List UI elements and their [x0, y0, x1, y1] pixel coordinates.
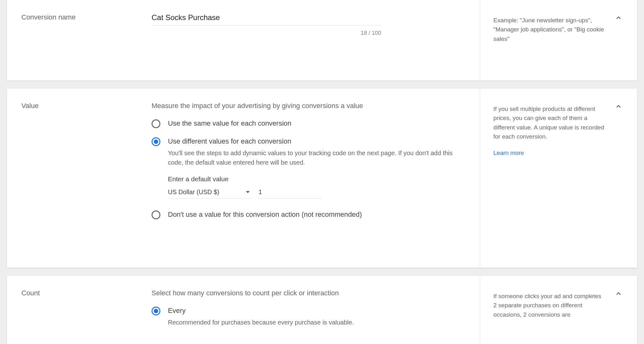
left-col: Value — [7, 89, 131, 268]
dropdown-icon — [246, 191, 250, 193]
learn-more-link[interactable]: Learn more — [493, 148, 524, 157]
mid-col: 18 / 100 — [131, 0, 480, 80]
conversion-name-label: Conversion name — [21, 13, 131, 21]
radio-different-value[interactable]: Use different values for each conversion… — [152, 137, 467, 199]
default-value-label: Enter a default value — [168, 175, 467, 183]
radio-icon — [152, 119, 160, 128]
radio-count-every[interactable]: Every Recommended for purchases because … — [152, 306, 467, 327]
help-panel: If you sell multiple products at differe… — [480, 89, 637, 268]
count-description: Select how many conversions to count per… — [152, 289, 467, 297]
value-description: Measure the impact of your advertising b… — [152, 102, 467, 110]
help-panel: If someone clicks your ad and completes … — [480, 276, 637, 344]
conversion-name-card: Conversion name 18 / 100 Example: "June … — [7, 0, 637, 80]
count-label: Count — [21, 289, 131, 297]
radio-label: Every — [168, 306, 467, 316]
radio-icon — [152, 137, 160, 146]
mid-col: Measure the impact of your advertising b… — [131, 89, 480, 268]
mid-col: Select how many conversions to count per… — [131, 276, 480, 344]
left-col: Count — [7, 276, 131, 344]
radio-label: Use the same value for each conversion — [168, 119, 467, 128]
radio-icon — [152, 307, 160, 315]
currency-value: US Dollar (USD $) — [168, 188, 219, 196]
conversion-name-input[interactable] — [152, 13, 381, 25]
radio-label: Don't use a value for this conversion ac… — [168, 210, 467, 220]
chevron-up-icon[interactable] — [614, 290, 623, 298]
help-text: If you sell multiple products at differe… — [493, 104, 606, 141]
left-col: Conversion name — [7, 0, 131, 80]
currency-select[interactable]: US Dollar (USD $) — [168, 187, 252, 199]
chevron-up-icon[interactable] — [614, 14, 623, 22]
radio-same-value[interactable]: Use the same value for each conversion — [152, 119, 467, 128]
char-count: 18 / 100 — [152, 30, 381, 36]
help-panel: Example: "June newsletter sign-ups", "Ma… — [480, 0, 637, 80]
radio-label: Use different values for each conversion — [168, 137, 467, 146]
radio-no-value[interactable]: Don't use a value for this conversion ac… — [152, 210, 467, 220]
value-label: Value — [21, 102, 131, 110]
default-value-input[interactable] — [258, 187, 321, 199]
radio-sublabel: You'll see the steps to add dynamic valu… — [168, 148, 467, 167]
help-text: If someone clicks your ad and completes … — [493, 292, 606, 319]
chevron-up-icon[interactable] — [614, 102, 623, 111]
count-card: Count Select how many conversions to cou… — [7, 276, 637, 344]
radio-icon — [152, 210, 160, 219]
value-card: Value Measure the impact of your adverti… — [7, 89, 637, 268]
help-text: Example: "June newsletter sign-ups", "Ma… — [493, 16, 606, 43]
radio-sublabel: Recommended for purchases because every … — [168, 318, 467, 327]
